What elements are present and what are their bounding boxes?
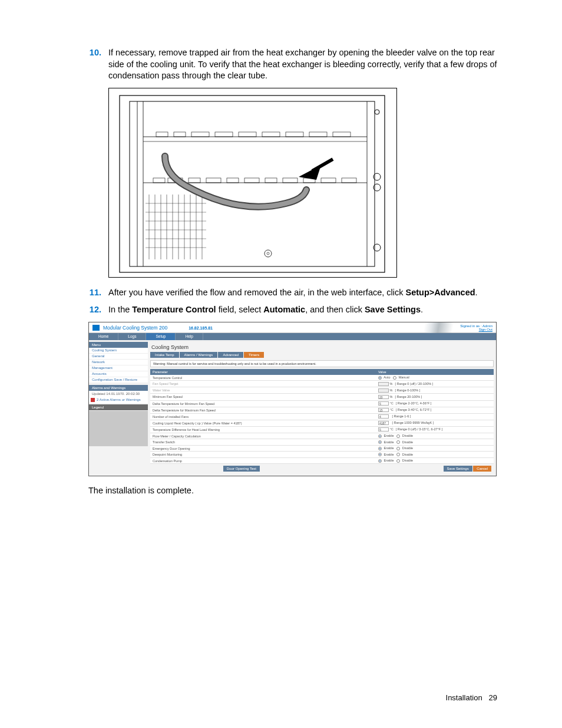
svg-rect-25	[227, 178, 239, 183]
param-value: Enable Disable	[376, 439, 494, 446]
tab-advanced[interactable]: Advanced	[218, 352, 243, 358]
svg-rect-31	[342, 178, 356, 183]
param-label: Delta Temperature for Maximum Fan Speed	[150, 407, 376, 413]
menu-general[interactable]: General	[89, 354, 148, 360]
value-input	[378, 388, 389, 393]
value-input[interactable]: 20	[378, 395, 389, 399]
app-header: Modular Cooling System 200 16.82.185.81 …	[89, 322, 496, 333]
range-hint: [ Range 3-40°C, 6-72°F ]	[396, 408, 432, 411]
menu-config-save-restore[interactable]: Configuration Save / Restore	[89, 377, 148, 383]
alarms-header: Alarms and Warnings	[89, 385, 148, 391]
main-panel: Cooling System Intake Temp Alarms / Warn…	[148, 342, 496, 476]
parameters-table: Parameter Value Temperature Control Auto…	[150, 369, 494, 465]
param-label: Temperature Control	[150, 375, 376, 381]
tab-alarms-warnings[interactable]: Alarms / Warnings	[180, 352, 218, 358]
menu-cooling-system[interactable]: Cooling System	[89, 348, 148, 354]
sidebar-filler	[89, 411, 148, 446]
radio-option[interactable]	[378, 376, 382, 380]
step-text: If necessary, remove trapped air from th…	[108, 47, 497, 82]
svg-rect-27	[265, 178, 277, 183]
param-value: 15 °C[ Range 3-40°C, 6-72°F ]	[376, 407, 494, 413]
radio-option[interactable]	[396, 459, 400, 463]
range-hint: [ Range 1-6 ]	[392, 414, 411, 418]
param-label: Temperature Difference for Heat Load War…	[150, 426, 376, 433]
radio-option[interactable]	[378, 453, 382, 456]
radio-option[interactable]	[378, 447, 382, 450]
param-label: Flow Meter / Capacity Calculation	[150, 433, 376, 439]
range-hint: [ Range 20-100% ]	[395, 395, 422, 398]
svg-rect-30	[321, 178, 336, 183]
alarms-count[interactable]: 2 Active Alarms or Warnings	[89, 397, 148, 403]
hp-logo-icon	[92, 325, 100, 331]
save-settings-button[interactable]: Save Settings	[444, 466, 472, 472]
svg-rect-11	[156, 132, 168, 137]
nav-home[interactable]: Home	[89, 333, 118, 340]
tab-timers[interactable]: Timers	[244, 352, 264, 358]
param-value: Enable Disable	[376, 452, 494, 458]
radio-option[interactable]	[396, 440, 400, 444]
param-value: 5 °C[ Range 2-20°C, 4-36°F ]	[376, 400, 494, 407]
tab-intake-temp[interactable]: Intake Temp	[150, 352, 179, 358]
radio-option[interactable]	[393, 376, 396, 380]
step-11: 11. After you have verified the flow and…	[88, 287, 497, 299]
svg-rect-13	[191, 132, 209, 137]
param-value: 20 %[ Range 20-100% ]	[376, 394, 494, 400]
svg-rect-21	[153, 178, 165, 183]
step-number: 10.	[88, 47, 108, 82]
value-input[interactable]: 4187	[378, 421, 389, 425]
param-label: Delta Temperature for Minimum Fan Speed	[150, 400, 376, 407]
svg-rect-15	[239, 132, 256, 137]
door-opening-test-button[interactable]: Door Opening Test	[223, 466, 260, 472]
radio-option[interactable]	[378, 440, 382, 444]
svg-rect-23	[189, 178, 200, 183]
svg-rect-26	[244, 178, 259, 183]
value-input[interactable]: 5	[378, 401, 389, 406]
nav-logs[interactable]: Logs	[118, 333, 146, 340]
ip-address: 16.82.185.81	[189, 326, 213, 330]
param-value: 5 °C[ Range 0 (off) / 3-15°C, 6-27°F ]	[376, 426, 494, 433]
range-hint: [ Range 0-100% ]	[395, 388, 420, 392]
radio-option[interactable]	[378, 459, 382, 463]
svg-rect-14	[215, 132, 233, 137]
menu-network[interactable]: Network	[89, 360, 148, 365]
cancel-button[interactable]: Cancel	[473, 466, 491, 472]
param-label: Water Valve	[150, 387, 376, 394]
completion-text: The installation is complete.	[88, 486, 497, 495]
nav-help[interactable]: Help	[176, 333, 203, 340]
value-input[interactable]: 4	[378, 414, 389, 419]
value-input[interactable]: 15	[378, 408, 389, 412]
sidebar: Menu Cooling System General Network Mana…	[89, 342, 148, 476]
svg-rect-17	[286, 132, 303, 137]
menu-accounts[interactable]: Accounts	[89, 371, 148, 377]
param-label: Dewpoint Monitoring	[150, 452, 376, 458]
page-footer: Installation 29	[446, 693, 497, 702]
header-decoration	[396, 322, 467, 333]
legend-header: Legend	[89, 404, 148, 410]
svg-rect-28	[283, 178, 297, 183]
param-label: Condensation Pump	[150, 457, 376, 464]
radio-option[interactable]	[378, 434, 382, 438]
nav-setup[interactable]: Setup	[146, 333, 176, 340]
param-label: Emergency Door Opening	[150, 445, 376, 452]
param-value: Enable Disable	[376, 433, 494, 439]
range-hint: [ Range 0 (off) / 3-15°C, 6-27°F ]	[396, 427, 443, 431]
radio-option[interactable]	[396, 434, 400, 438]
menu-management[interactable]: Management	[89, 365, 148, 371]
svg-point-51	[267, 252, 269, 255]
step-10: 10. If necessary, remove trapped air fro…	[88, 47, 497, 82]
param-label: Number of installed Fans	[150, 413, 376, 420]
param-label: Fan Speed Target	[150, 381, 376, 387]
svg-rect-18	[309, 132, 327, 137]
radio-option[interactable]	[396, 453, 400, 456]
step-number: 12.	[88, 304, 108, 316]
value-input[interactable]: 5	[378, 427, 389, 431]
radio-option[interactable]	[396, 447, 400, 450]
web-interface-screenshot: Modular Cooling System 200 16.82.185.81 …	[88, 322, 497, 477]
svg-rect-19	[333, 132, 351, 137]
th-parameter: Parameter	[150, 369, 376, 375]
value-input	[378, 382, 389, 386]
param-label: Cooling Liquid Heat Capacity ( cp ) Valu…	[150, 420, 376, 426]
svg-rect-1	[130, 101, 375, 266]
product-title: Modular Cooling System 200	[103, 325, 167, 331]
range-hint: [ Range 0 (off) / 20-100% ]	[395, 382, 433, 386]
